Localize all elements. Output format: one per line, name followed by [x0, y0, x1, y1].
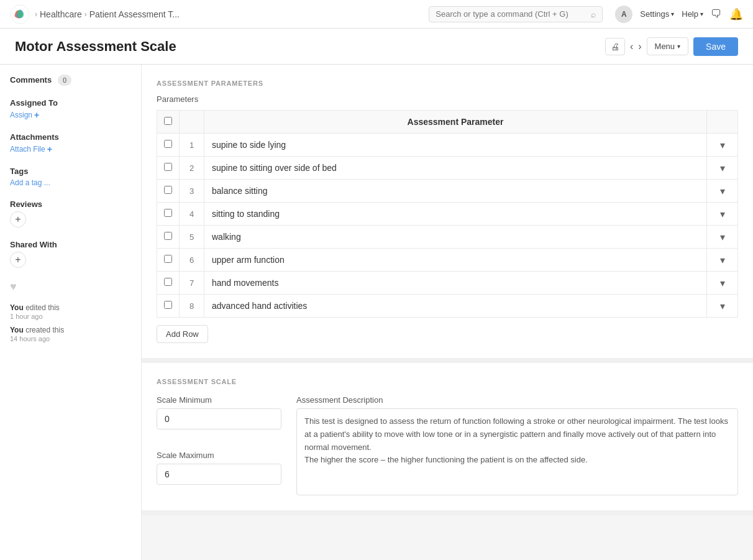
chevron-icon-2: › [84, 10, 87, 19]
row-dropdown-button[interactable]: ▾ [707, 134, 737, 156]
row-action-cell: ▾ [707, 180, 738, 203]
menu-button[interactable]: Menu ▾ [647, 37, 689, 55]
col-action-header [707, 111, 738, 134]
table-row: 8 advanced hand activities ▾ [157, 295, 738, 318]
scale-maximum-group: Scale Maximum [157, 451, 281, 496]
save-button[interactable]: Save [693, 37, 738, 56]
scale-maximum-input[interactable] [157, 464, 281, 485]
select-all-checkbox[interactable] [164, 117, 172, 125]
breadcrumb-patient[interactable]: Patient Assessment T... [89, 9, 180, 19]
reviews-actions: + [10, 211, 131, 227]
row-action-cell: ▾ [707, 295, 738, 318]
row-number: 6 [180, 249, 204, 272]
row-checkbox-cell [157, 157, 180, 180]
row-checkbox-cell [157, 272, 180, 295]
scale-inputs: Scale Minimum Scale Maximum [157, 395, 281, 495]
table-row: 7 hand movements ▾ [157, 272, 738, 295]
help-button[interactable]: Help ▾ [682, 9, 703, 19]
row-action-cell: ▾ [707, 157, 738, 180]
menu-arrow-icon: ▾ [677, 43, 680, 50]
row-checkbox[interactable] [164, 278, 172, 286]
assessment-parameters-heading: ASSESSMENT PARAMETERS [157, 80, 738, 87]
col-param-header: Assessment Parameter [204, 111, 707, 134]
assign-action[interactable]: Assign + [10, 110, 131, 120]
row-checkbox[interactable] [164, 140, 172, 148]
assessment-scale-heading: ASSESSMENT SCALE [157, 378, 738, 385]
add-row-button[interactable]: Add Row [157, 325, 208, 343]
assessment-description-label: Assessment Description [296, 395, 738, 405]
table-row: 1 supine to side lying ▾ [157, 134, 738, 157]
row-number: 7 [180, 272, 204, 295]
row-checkbox[interactable] [164, 255, 172, 263]
parameters-subheading: Parameters [157, 94, 738, 104]
notification-icon[interactable]: 🔔 [729, 7, 743, 21]
add-tag-action[interactable]: Add a tag ... [10, 178, 131, 187]
row-checkbox-cell [157, 295, 180, 318]
row-checkbox-cell [157, 180, 180, 203]
row-param-label: walking [204, 226, 707, 249]
scale-minimum-group: Scale Minimum [157, 395, 281, 441]
scale-row: Scale Minimum Scale Maximum Assessment D… [157, 395, 738, 495]
table-header-row: Assessment Parameter [157, 111, 738, 134]
add-shared-button[interactable]: + [10, 252, 26, 268]
page-title: Motor Assessment Scale [15, 39, 605, 55]
row-dropdown-button[interactable]: ▾ [707, 272, 737, 294]
activity-item-1: You created this 14 hours ago [10, 326, 131, 343]
row-param-label: advanced hand activities [204, 295, 707, 318]
activity-user-0: You [10, 303, 24, 312]
sidebar-comments: Comments 0 [10, 75, 131, 86]
row-checkbox[interactable] [164, 163, 172, 171]
row-action-cell: ▾ [707, 203, 738, 226]
settings-button[interactable]: Settings ▾ [640, 9, 674, 19]
avatar: A [615, 6, 632, 23]
row-checkbox[interactable] [164, 232, 172, 240]
breadcrumb: › Healthcare › Patient Assessment T... [35, 9, 180, 19]
sidebar-assigned-to: Assigned To Assign + [10, 98, 131, 120]
row-checkbox-cell [157, 203, 180, 226]
shared-with-actions: + [10, 252, 131, 268]
table-row: 5 walking ▾ [157, 226, 738, 249]
activity-time-1: 14 hours ago [10, 335, 50, 342]
assign-plus-icon: + [34, 110, 39, 120]
add-review-button[interactable]: + [10, 211, 26, 227]
row-dropdown-button[interactable]: ▾ [707, 157, 737, 179]
chevron-icon: › [35, 10, 37, 19]
table-row: 3 balance sitting ▾ [157, 180, 738, 203]
row-checkbox[interactable] [164, 301, 172, 309]
activity-user-1: You [10, 326, 24, 334]
row-dropdown-button[interactable]: ▾ [707, 226, 737, 248]
sidebar-reviews: Reviews + [10, 200, 131, 227]
row-param-label: hand movements [204, 272, 707, 295]
row-dropdown-button[interactable]: ▾ [707, 249, 737, 271]
chat-icon[interactable]: 🗨 [711, 7, 722, 21]
row-dropdown-button[interactable]: ▾ [707, 295, 737, 317]
assessment-description-text: This test is designed to assess the retu… [296, 408, 738, 495]
app-logo [10, 4, 30, 24]
breadcrumb-healthcare[interactable]: Healthcare [40, 9, 82, 19]
row-action-cell: ▾ [707, 249, 738, 272]
sidebar-attachments: Attachments Attach File + [10, 132, 131, 154]
scale-minimum-input[interactable] [157, 408, 281, 429]
col-num-header [180, 111, 204, 134]
search-icon: ⌕ [591, 9, 596, 19]
table-row: 4 sitting to standing ▾ [157, 203, 738, 226]
row-checkbox[interactable] [164, 186, 172, 194]
attach-file-action[interactable]: Attach File + [10, 144, 131, 154]
row-checkbox[interactable] [164, 209, 172, 217]
search-input[interactable] [436, 9, 587, 19]
row-param-label: upper arm function [204, 249, 707, 272]
print-button[interactable]: 🖨 [605, 38, 625, 55]
nav-back-button[interactable]: ‹ [630, 41, 633, 52]
row-dropdown-button[interactable]: ▾ [707, 180, 737, 202]
activity-action-0: edited this [25, 303, 60, 312]
table-row: 6 upper arm function ▾ [157, 249, 738, 272]
attachments-label: Attachments [10, 132, 131, 142]
row-number: 2 [180, 157, 204, 180]
activity-item-0: You edited this 1 hour ago [10, 303, 131, 321]
heart-icon[interactable]: ♥ [10, 280, 131, 293]
sidebar-shared-with: Shared With + [10, 240, 131, 268]
nav-forward-button[interactable]: › [638, 41, 641, 52]
row-param-label: supine to sitting over side of bed [204, 157, 707, 180]
row-dropdown-button[interactable]: ▾ [707, 203, 737, 225]
tags-label: Tags [10, 167, 131, 176]
